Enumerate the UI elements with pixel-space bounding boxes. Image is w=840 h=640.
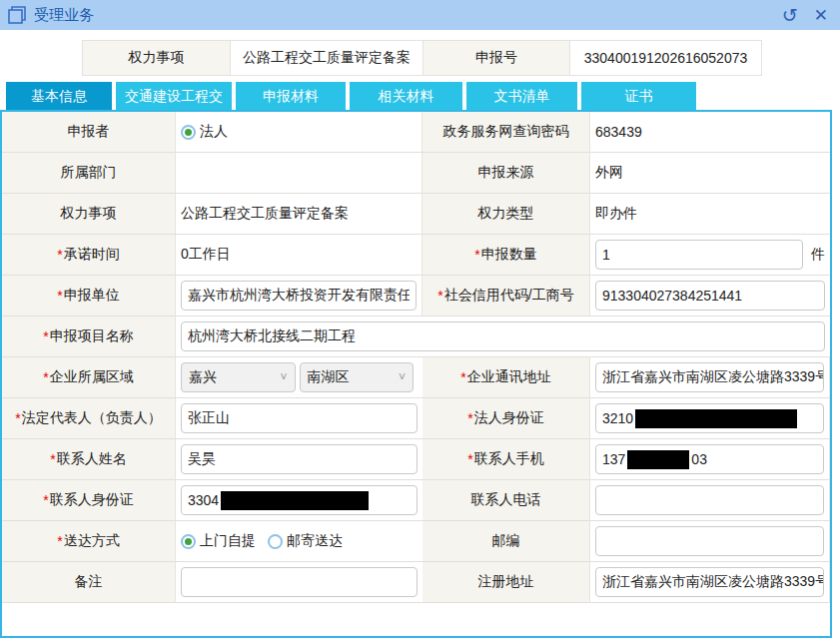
tab-certificate[interactable]: 证书 bbox=[581, 82, 696, 110]
reg-address-field: 浙江省嘉兴市南湖区凌公塘路3339号（嘉 bbox=[590, 562, 830, 603]
region-district-value: 南湖区 bbox=[308, 368, 350, 386]
credit-code-field bbox=[590, 276, 830, 317]
tab-transport-construction[interactable]: 交通建设工程交 bbox=[116, 82, 232, 110]
radio-mail-unselected[interactable] bbox=[268, 534, 283, 549]
accept-business-window: 受理业务 ↺ ✕ 权力事项 公路工程交工质量评定备案 申报号 330400191… bbox=[0, 0, 840, 640]
contact-id-label: *联系人身份证 bbox=[2, 480, 176, 521]
contact-mobile-field: 137 03 bbox=[590, 439, 830, 480]
delivery-label: *送达方式 bbox=[2, 521, 176, 562]
contact-mobile-prefix: 137 bbox=[602, 451, 625, 467]
project-name-field bbox=[176, 317, 830, 357]
delivery-option-pickup[interactable]: 上门自提 bbox=[181, 532, 256, 550]
delivery-field: 上门自提 邮寄送达 bbox=[176, 521, 422, 562]
declare-count-label: *申报数量 bbox=[422, 235, 590, 276]
query-password-label: 政务服务网查询密码 bbox=[422, 112, 590, 153]
contact-id-prefix: 3304 bbox=[188, 492, 219, 508]
contact-mobile-input[interactable]: 137 03 bbox=[595, 444, 824, 474]
redaction-bar bbox=[221, 491, 369, 510]
credit-code-label: *社会信用代码/工商号 bbox=[422, 276, 590, 317]
delivery-pickup-label: 上门自提 bbox=[200, 532, 256, 550]
tab-document-list[interactable]: 文书清单 bbox=[466, 82, 577, 110]
remark-label: 备注 bbox=[2, 562, 176, 603]
tab-basic-info[interactable]: 基本信息 bbox=[6, 82, 112, 110]
postcode-field bbox=[590, 521, 830, 562]
tab-related-materials[interactable]: 相关材料 bbox=[350, 82, 462, 110]
remark-field bbox=[176, 562, 422, 603]
power-item-header-value: 公路工程交工质量评定备案 bbox=[230, 40, 423, 76]
promise-time-label: *承诺时间 bbox=[2, 235, 176, 276]
titlebar-actions: ↺ ✕ bbox=[782, 6, 828, 25]
declare-source-label: 申报来源 bbox=[422, 153, 590, 194]
department-value bbox=[176, 153, 422, 194]
legal-id-input[interactable]: 3210 bbox=[595, 403, 824, 433]
remark-input[interactable] bbox=[181, 567, 418, 597]
tabbar: 基本信息 交通建设工程交 申报材料 相关材料 文书清单 证书 bbox=[6, 82, 696, 110]
legal-rep-label: *法定代表人（负责人） bbox=[2, 398, 176, 439]
window-icon bbox=[8, 6, 26, 24]
reg-address-label: 注册地址 bbox=[422, 562, 590, 603]
declare-no-header-label: 申报号 bbox=[422, 40, 570, 76]
contact-id-input[interactable]: 3304 bbox=[181, 485, 418, 515]
contact-name-input[interactable] bbox=[181, 444, 418, 474]
power-item-value: 公路工程交工质量评定备案 bbox=[176, 194, 422, 235]
delivery-mail-label: 邮寄送达 bbox=[287, 532, 343, 550]
radio-legal-person-selected[interactable] bbox=[181, 125, 196, 140]
declarer-value: 法人 bbox=[200, 123, 228, 141]
close-icon[interactable]: ✕ bbox=[814, 6, 828, 25]
promise-time-value: 0工作日 bbox=[176, 235, 422, 276]
declare-count-input[interactable] bbox=[595, 240, 803, 270]
contact-phone-field bbox=[590, 480, 830, 521]
region-district-select[interactable]: 南湖区 ˅ bbox=[300, 362, 415, 392]
postcode-input[interactable] bbox=[595, 526, 824, 556]
declare-count-unit: 件 bbox=[811, 246, 825, 264]
radio-selected-dot-icon bbox=[185, 129, 192, 136]
power-item-header-label: 权力事项 bbox=[82, 40, 231, 76]
radio-selected-dot-icon bbox=[185, 538, 192, 545]
project-name-label: *申报项目名称 bbox=[2, 317, 176, 357]
declarer-field: 法人 bbox=[176, 112, 422, 153]
credit-code-input[interactable] bbox=[595, 281, 825, 311]
declare-count-field: 件 bbox=[590, 235, 830, 276]
delivery-option-mail[interactable]: 邮寄送达 bbox=[268, 532, 343, 550]
chevron-down-icon: ˅ bbox=[280, 370, 287, 384]
basic-info-form: 申报者 法人 政务服务网查询密码 683439 所属部门 申报来源 外网 权力事… bbox=[2, 112, 830, 603]
tab-declare-materials[interactable]: 申报材料 bbox=[236, 82, 346, 110]
basic-info-panel: 申报者 法人 政务服务网查询密码 683439 所属部门 申报来源 外网 权力事… bbox=[0, 110, 832, 638]
declare-unit-field bbox=[176, 276, 422, 317]
legal-id-field: 3210 bbox=[590, 398, 830, 439]
power-type-label: 权力类型 bbox=[422, 194, 590, 235]
legal-id-label: *法人身份证 bbox=[422, 398, 590, 439]
power-item-label: 权力事项 bbox=[2, 194, 176, 235]
region-label: *企业所属区域 bbox=[2, 357, 176, 398]
legal-rep-input[interactable] bbox=[181, 403, 418, 433]
declare-unit-input[interactable] bbox=[181, 281, 417, 311]
refresh-icon[interactable]: ↺ bbox=[782, 6, 798, 25]
company-address-label: *企业通讯地址 bbox=[422, 357, 590, 398]
legal-id-prefix: 3210 bbox=[602, 410, 633, 426]
contact-name-label: *联系人姓名 bbox=[2, 439, 176, 480]
redaction-bar bbox=[635, 409, 797, 428]
contact-name-field bbox=[176, 439, 422, 480]
region-field: 嘉兴 ˅ 南湖区 ˅ bbox=[176, 357, 422, 398]
reg-address-input[interactable]: 浙江省嘉兴市南湖区凌公塘路3339号（嘉 bbox=[595, 567, 824, 597]
postcode-label: 邮编 bbox=[422, 521, 590, 562]
titlebar: 受理业务 ↺ ✕ bbox=[0, 0, 840, 30]
header-strip: 权力事项 公路工程交工质量评定备案 申报号 330400191202616052… bbox=[82, 40, 762, 76]
region-city-select[interactable]: 嘉兴 ˅ bbox=[181, 362, 296, 392]
declare-unit-label: *申报单位 bbox=[2, 276, 176, 317]
declarer-label: 申报者 bbox=[2, 112, 176, 153]
radio-pickup-selected[interactable] bbox=[181, 534, 196, 549]
project-name-input[interactable] bbox=[181, 321, 825, 351]
declare-source-value: 外网 bbox=[590, 153, 830, 194]
window-title: 受理业务 bbox=[34, 6, 94, 25]
redaction-bar bbox=[627, 450, 689, 469]
contact-phone-input[interactable] bbox=[595, 485, 824, 515]
contact-id-field: 3304 bbox=[176, 480, 422, 521]
query-password-value: 683439 bbox=[590, 112, 830, 153]
contact-mobile-suffix: 03 bbox=[691, 451, 707, 467]
contact-mobile-label: *联系人手机 bbox=[422, 439, 590, 480]
chevron-down-icon: ˅ bbox=[399, 370, 406, 384]
company-address-input[interactable]: 浙江省嘉兴市南湖区凌公塘路3339号（嘉 bbox=[595, 362, 824, 392]
power-type-value: 即办件 bbox=[590, 194, 830, 235]
declare-no-header-value: 330400191202616052073 bbox=[569, 40, 762, 76]
